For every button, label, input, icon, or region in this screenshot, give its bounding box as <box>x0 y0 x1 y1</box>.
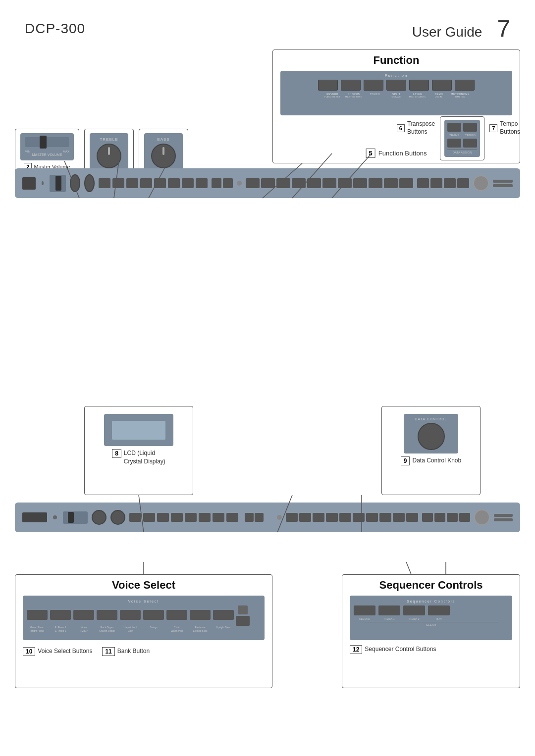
fn-btn-2 <box>341 80 361 91</box>
voice-callout-10: 10 Voice Select Buttons <box>23 647 92 656</box>
lcd-screen <box>111 420 166 440</box>
svg-line-11 <box>406 562 411 574</box>
voice-callout-11: 11 Bank Button <box>102 647 150 656</box>
voice-select-title: Voice Select <box>15 575 272 596</box>
function-panel: Function REVERBPIANO RESET CHORUSMASTER … <box>280 71 512 115</box>
seq-callout-num: 12 <box>350 645 362 654</box>
v-btn-6 <box>143 610 164 620</box>
seq-btns-row <box>354 605 508 615</box>
kp-knob-1 <box>70 174 80 192</box>
seq-clear-label: CLEAR <box>364 622 498 626</box>
voice-select-box: Voice Select Voice Select <box>15 574 272 688</box>
vol-handle <box>40 136 47 149</box>
voice-callouts: 10 Voice Select Buttons 11 Bank Button <box>15 644 272 656</box>
v-btn-8 <box>190 610 211 620</box>
treble-panel: BASS <box>144 133 183 172</box>
seq-btn-record <box>354 605 375 615</box>
data-knob-circle <box>418 423 445 450</box>
seq-panel-label: Sequencer Controls <box>354 600 508 603</box>
voice-callout-text: Voice Select Buttons <box>38 647 92 655</box>
function-labels-row: REVERBPIANO RESET CHORUSMASTER TUNE TOUC… <box>322 93 470 98</box>
trans-up-btn <box>447 123 461 132</box>
kp-btn-6 <box>168 178 180 188</box>
data-callout-text: Data Control Knob <box>412 456 461 465</box>
guide-group: User Guide 7 <box>412 15 510 42</box>
bass-panel: TREBLE <box>90 133 128 172</box>
header: DCP-300 User Guide 7 <box>0 15 535 42</box>
transpose-callout-num: 6 <box>397 124 405 132</box>
kp-knob-2 <box>84 174 95 192</box>
vol-sublabel: MASTER VOLUME <box>32 153 62 156</box>
transpose-callout-area: 6 TransposeButtons <box>397 120 435 136</box>
tempo-up-btn <box>463 123 477 132</box>
data-knob-area: DATA CONTROL <box>404 414 458 454</box>
kp-brand-label <box>22 177 36 190</box>
fn-btn-3 <box>364 80 383 91</box>
kp-extra <box>212 178 233 188</box>
v-btn-1 <box>27 610 48 620</box>
trans-assign-label: DATA ASSIGN <box>447 150 477 154</box>
voice-callout-num: 10 <box>23 647 35 656</box>
seq-btn-track2 <box>403 605 425 615</box>
vol-slider <box>25 137 69 147</box>
kp-btn-2 <box>112 178 124 188</box>
seq-callout: 12 Sequencer Control Buttons <box>342 645 520 654</box>
kp-buttons <box>99 178 208 188</box>
seq-sub-labels: RECORD TRACK 1 TRACK 2 PLAY <box>354 617 508 620</box>
sequencer-title: Sequencer Controls <box>342 575 520 596</box>
tempo-down-btn <box>463 139 477 148</box>
v-btn-7 <box>166 610 187 620</box>
bass-label: TREBLE <box>100 137 118 142</box>
tt-inner: TRANS TEMPO DATA ASSIGN <box>444 120 480 157</box>
fn-btn-6 <box>432 80 452 91</box>
treble-label: BASS <box>157 137 169 142</box>
trans-tempo-row: 6 TransposeButtons TRANS TEMPO <box>397 116 520 160</box>
kp-btn-1 <box>99 178 110 188</box>
v-btn-9 <box>213 610 234 620</box>
fn-btn-7 <box>455 80 475 91</box>
page-number: 7 <box>497 15 510 42</box>
tempo-callout-area: 7 TempoButtons <box>489 120 520 136</box>
kp-btn-7 <box>182 178 194 188</box>
voice-btns-row <box>27 610 234 620</box>
fn-btn-5 <box>409 80 429 91</box>
voice-panel-label: Voice Select <box>27 600 261 603</box>
voice-buttons-area <box>27 605 261 626</box>
voice-sub-labels: Grand Piano E. Piano 1 Vibes Rock Organ … <box>27 626 261 629</box>
v-btn-2 <box>50 610 71 620</box>
function-buttons-row <box>318 80 475 91</box>
fn-btn-4 <box>386 80 406 91</box>
data-control-box: DATA CONTROL 9 Data Control Knob <box>381 406 481 495</box>
lcd-inner <box>104 414 173 446</box>
lcd-callout-text: LCD (LiquidCrystal Display) <box>124 449 165 466</box>
bank-callout-num: 11 <box>102 647 114 656</box>
kp-vol-slider <box>50 175 65 192</box>
model-label: DCP-300 <box>25 21 85 37</box>
kp-slider-handle <box>55 176 61 191</box>
bottom-diagram-section: 8 LCD (LiquidCrystal Display) DATA CONTR… <box>15 406 520 728</box>
top-diagram-section: Function Function REVERBPIANO RESET CHOR… <box>15 50 520 243</box>
sequencer-box: Sequencer Controls Sequencer Controls RE… <box>342 574 520 688</box>
keyboard-panel-top <box>15 168 520 198</box>
lcd-callout-num: 8 <box>112 449 121 458</box>
transpose-callout-text: TransposeButtons <box>407 120 435 136</box>
tempo-callout-num: 7 <box>489 124 497 132</box>
tt-up-row <box>447 123 477 132</box>
kp-btn-8 <box>196 178 208 188</box>
function-title: Function <box>273 50 520 71</box>
tt-down-row <box>447 139 477 148</box>
v-btn-4 <box>97 610 117 620</box>
lcd-callout: 8 LCD (LiquidCrystal Display) <box>107 449 170 466</box>
trans-tempo-area: 6 TransposeButtons TRANS TEMPO <box>397 116 520 160</box>
bass-knob <box>97 144 121 168</box>
seq-btn-play <box>428 605 450 615</box>
data-knob-label: DATA CONTROL <box>415 417 447 421</box>
data-callout-num: 9 <box>401 456 410 465</box>
bank-btn <box>236 616 250 626</box>
voice-sub-labels-2: Bright Piano E. Piano 2 FM EP Church Org… <box>27 629 261 632</box>
tempo-callout-text: TempoButtons <box>500 120 520 136</box>
kp-btn-3 <box>126 178 138 188</box>
master-volume-panel: MINMAX MASTER VOLUME <box>20 133 74 160</box>
keyboard-panel-bottom <box>15 503 520 532</box>
v-btn-5 <box>120 610 141 620</box>
